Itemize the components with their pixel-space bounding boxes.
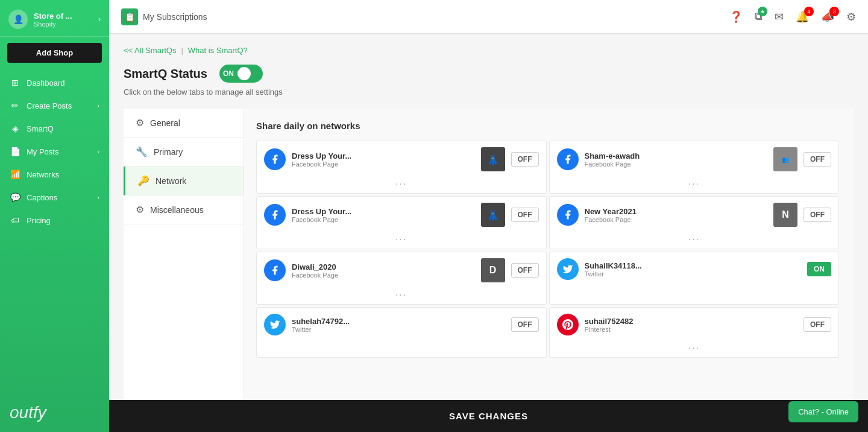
settings-layout: ⚙ General 🔧 Primary 🔑 Network ⚙ Miscella… xyxy=(124,109,854,400)
subscription-icon: 📋 xyxy=(121,8,138,25)
chat-bubble[interactable]: Chat? - Online xyxy=(788,401,858,422)
smartq-status-label: SmartQ Status xyxy=(124,67,207,81)
topbar: 📋 My Subscriptions ❓ ⧉ ★ ✉ 🔔 4 📣 3 xyxy=(109,0,868,34)
window-icon-wrap[interactable]: ⧉ ★ xyxy=(755,10,763,23)
create-posts-icon: ✏ xyxy=(10,101,20,110)
smartq-status-row: SmartQ Status ON xyxy=(124,65,854,83)
network-icon: 🔑 xyxy=(137,175,149,186)
card-dots: ··· xyxy=(550,233,839,249)
help-icon-wrap[interactable]: ❓ xyxy=(729,10,743,24)
sidebar-item-pricing[interactable]: 🏷 Pricing xyxy=(0,209,109,232)
toggle-button[interactable]: OFF xyxy=(804,152,831,167)
store-name: Store of ... xyxy=(34,11,92,21)
sidebar-item-my-posts[interactable]: 📄 My Posts › xyxy=(0,140,109,163)
chevron-icon: › xyxy=(97,102,99,109)
mail-icon: ✉ xyxy=(775,11,784,23)
sidebar-item-dashboard[interactable]: ⊞ Dashboard xyxy=(0,71,109,94)
social-icon xyxy=(557,258,579,280)
megaphone-icon-wrap[interactable]: 📣 3 xyxy=(821,10,834,24)
network-card: Diwali_2020 Facebook Page D OFF ··· xyxy=(256,252,547,305)
smartq-icon: ◈ xyxy=(10,124,20,133)
tab-label: Primary xyxy=(154,147,183,157)
sidebar-item-smartq[interactable]: ◈ SmartQ xyxy=(0,117,109,140)
sidebar-item-label: My Posts xyxy=(27,147,58,156)
tab-label: Miscellaneous xyxy=(150,205,204,215)
sidebar: 👤 Store of ... Shopify › Add Shop ⊞ Dash… xyxy=(0,0,109,432)
toggle-button[interactable]: OFF xyxy=(804,208,831,222)
miscellaneous-icon: ⚙ xyxy=(136,204,144,215)
network-info: SuhailK34118... Twitter xyxy=(585,261,796,278)
tab-miscellaneous[interactable]: ⚙ Miscellaneous xyxy=(124,195,244,224)
card-dots: ··· xyxy=(550,341,839,357)
save-button[interactable]: SAVE CHANGES xyxy=(109,400,868,432)
toggle-button[interactable]: OFF xyxy=(511,208,539,222)
network-panel-title: Share daily on networks xyxy=(256,121,841,131)
network-card-main: suhail752482 Pinterest OFF xyxy=(550,308,839,341)
network-info: New Year2021 Facebook Page xyxy=(585,207,768,223)
tab-primary[interactable]: 🔧 Primary xyxy=(124,138,244,167)
toggle-button[interactable]: OFF xyxy=(511,317,539,332)
sidebar-item-captions[interactable]: 💬 Captions › xyxy=(0,186,109,209)
toggle-button[interactable]: OFF xyxy=(511,152,539,167)
network-card: SuhailK34118... Twitter ON xyxy=(549,252,840,305)
network-name: Sham-e-awadh xyxy=(585,151,768,160)
pricing-icon: 🏷 xyxy=(10,215,20,225)
network-card-main: suhelah74792... Twitter OFF xyxy=(257,308,546,341)
bell-badge: 4 xyxy=(804,7,814,16)
sidebar-expand-icon[interactable]: › xyxy=(98,15,101,24)
social-icon xyxy=(557,148,579,170)
sidebar-item-create-posts[interactable]: ✏ Create Posts › xyxy=(0,94,109,117)
social-icon xyxy=(264,204,286,226)
network-card-main: Dress Up Your... Facebook Page 👗 OFF xyxy=(257,141,546,177)
social-icon xyxy=(264,259,286,281)
my-posts-icon: 📄 xyxy=(10,147,20,156)
settings-tabs: ⚙ General 🔧 Primary 🔑 Network ⚙ Miscella… xyxy=(124,109,244,400)
network-type: Facebook Page xyxy=(292,160,475,168)
add-shop-button[interactable]: Add Shop xyxy=(7,43,102,63)
general-icon: ⚙ xyxy=(136,117,144,129)
network-thumb: 👗 xyxy=(481,147,505,171)
network-thumb: 👗 xyxy=(481,203,505,227)
network-thumb: 👥 xyxy=(773,147,797,171)
sidebar-item-networks[interactable]: 📶 Networks xyxy=(0,163,109,186)
avatar: 👤 xyxy=(8,10,28,29)
network-name: New Year2021 xyxy=(585,207,768,216)
networks-icon: 📶 xyxy=(10,170,20,179)
back-link[interactable]: << All SmartQs xyxy=(124,46,176,55)
network-name: Dress Up Your... xyxy=(292,207,475,216)
social-icon xyxy=(557,314,579,335)
primary-icon: 🔧 xyxy=(136,146,148,157)
tab-label: Network xyxy=(156,176,186,186)
bell-icon-wrap[interactable]: 🔔 4 xyxy=(796,10,809,24)
mail-icon-wrap[interactable]: ✉ xyxy=(775,10,784,24)
breadcrumb: << All SmartQs | What is SmartQ? xyxy=(124,46,854,55)
settings-hint: Click on the below tabs to manage all se… xyxy=(124,87,854,97)
tab-network[interactable]: 🔑 Network xyxy=(124,167,244,195)
gear-icon-wrap[interactable]: ⚙ xyxy=(846,10,856,24)
toggle-button[interactable]: ON xyxy=(807,262,831,276)
network-card-main: Diwali_2020 Facebook Page D OFF xyxy=(257,252,546,288)
tab-general[interactable]: ⚙ General xyxy=(124,109,244,138)
network-card-main: Dress Up Your... Facebook Page 👗 OFF xyxy=(257,197,546,233)
network-type: Facebook Page xyxy=(585,216,768,223)
sidebar-item-label: SmartQ xyxy=(27,124,54,133)
breadcrumb-separator: | xyxy=(181,46,183,55)
toggle-button[interactable]: OFF xyxy=(511,263,539,278)
network-card: New Year2021 Facebook Page N OFF ··· xyxy=(549,196,840,249)
store-platform: Shopify xyxy=(34,21,92,28)
network-name: SuhailK34118... xyxy=(585,261,796,270)
sidebar-nav: ⊞ Dashboard ✏ Create Posts › ◈ SmartQ 📄 … xyxy=(0,69,109,393)
what-is-smartq-link[interactable]: What is SmartQ? xyxy=(188,46,248,55)
network-type: Pinterest xyxy=(585,326,792,333)
topbar-subscription: 📋 My Subscriptions xyxy=(121,8,720,25)
social-icon xyxy=(557,204,579,226)
network-thumb: D xyxy=(481,258,505,282)
network-panel: Share daily on networks Dress Up Your...… xyxy=(244,109,854,400)
sidebar-item-label: Captions xyxy=(27,193,57,202)
toggle-button[interactable]: OFF xyxy=(804,317,831,332)
network-card-main: SuhailK34118... Twitter ON xyxy=(550,252,839,286)
network-info: Dress Up Your... Facebook Page xyxy=(292,151,475,168)
network-thumb: N xyxy=(773,203,797,227)
social-icon xyxy=(264,314,286,335)
smartq-toggle[interactable]: ON xyxy=(219,65,263,83)
